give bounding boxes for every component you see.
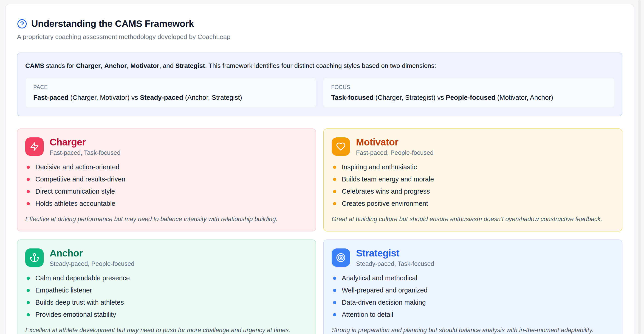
page-title: Understanding the CAMS Framework — [31, 18, 194, 29]
card-note: Great at building culture but should ens… — [332, 216, 613, 223]
bullet-dot — [27, 289, 30, 292]
bullet-dot — [27, 178, 30, 181]
trait-item: Holds athletes accountable — [27, 197, 306, 210]
trait-list: Decisive and action-oriented Competitive… — [25, 161, 306, 210]
card-title: Anchor — [50, 248, 134, 259]
trait-list: Calm and dependable presence Empathetic … — [25, 272, 306, 321]
framework-description: CAMS stands for Charger, Anchor, Motivat… — [25, 62, 614, 69]
card-note: Strong in preparation and planning but s… — [332, 327, 613, 334]
card-header: Motivator Fast-paced, People-focused — [332, 137, 613, 157]
trait-item: Builds deep trust with athletes — [27, 296, 306, 309]
card-traits: Steady-paced, Task-focused — [356, 260, 434, 268]
card-traits: Fast-paced, Task-focused — [50, 149, 120, 157]
trait-list: Inspiring and enthusiastic Builds team e… — [332, 161, 613, 210]
dimension-label: PACE — [33, 84, 308, 90]
trait-item: Provides emotional stability — [27, 309, 306, 321]
trait-item: Inspiring and enthusiastic — [333, 161, 613, 173]
card-header: Strategist Steady-paced, Task-focused — [332, 248, 613, 268]
card-note: Effective at driving performance but may… — [25, 216, 306, 223]
bullet-dot — [333, 166, 336, 169]
card-header: Anchor Steady-paced, People-focused — [25, 248, 306, 268]
trait-item: Well-prepared and organized — [333, 284, 613, 296]
dimension-value: Task-focused (Charger, Strategist) vs Pe… — [331, 94, 606, 101]
scrollbar[interactable] — [638, 0, 641, 334]
target-icon — [332, 248, 350, 267]
trait-item: Builds team energy and morale — [333, 173, 613, 185]
card-traits: Steady-paced, People-focused — [50, 260, 134, 268]
framework-intro-box: CAMS stands for Charger, Anchor, Motivat… — [17, 52, 622, 116]
bullet-dot — [333, 178, 336, 181]
bullet-dot — [27, 301, 30, 304]
trait-item: Celebrates wins and progress — [333, 185, 613, 197]
anchor-icon — [25, 248, 44, 267]
bullet-dot — [333, 301, 336, 304]
dimensions-row: PACE Fast-paced (Charger, Motivator) vs … — [25, 78, 614, 108]
style-card-charger: Charger Fast-paced, Task-focused Decisiv… — [17, 129, 316, 231]
bullet-dot — [333, 289, 336, 292]
card-traits: Fast-paced, People-focused — [356, 149, 434, 157]
bullet-dot — [333, 313, 336, 316]
page-subtitle: A proprietary coaching assessment method… — [17, 33, 622, 41]
style-card-strategist: Strategist Steady-paced, Task-focused An… — [324, 239, 622, 334]
card-title: Strategist — [356, 248, 434, 259]
style-card-motivator: Motivator Fast-paced, People-focused Ins… — [324, 129, 622, 231]
trait-item: Competitive and results-driven — [27, 173, 306, 185]
zap-icon — [25, 137, 44, 156]
trait-list: Analytical and methodical Well-prepared … — [332, 272, 613, 321]
bullet-dot — [27, 166, 30, 169]
trait-item: Decisive and action-oriented — [27, 161, 306, 173]
bullet-dot — [27, 277, 30, 280]
dimension-focus: FOCUS Task-focused (Charger, Strategist)… — [323, 78, 614, 108]
dimension-value: Fast-paced (Charger, Motivator) vs Stead… — [33, 94, 308, 101]
dimension-pace: PACE Fast-paced (Charger, Motivator) vs … — [25, 78, 316, 108]
trait-item: Empathetic listener — [27, 284, 306, 296]
trait-item: Creates positive environment — [333, 197, 613, 210]
bullet-dot — [333, 277, 336, 280]
trait-item: Analytical and methodical — [333, 272, 613, 284]
trait-item: Direct communication style — [27, 185, 306, 197]
bullet-dot — [333, 190, 336, 193]
bullet-dot — [27, 190, 30, 193]
page-header: Understanding the CAMS Framework — [17, 18, 622, 29]
trait-item: Attention to detail — [333, 309, 613, 321]
help-icon[interactable] — [17, 19, 27, 29]
card-header: Charger Fast-paced, Task-focused — [25, 137, 306, 157]
trait-item: Calm and dependable presence — [27, 272, 306, 284]
bullet-dot — [333, 202, 336, 205]
dimension-label: FOCUS — [331, 84, 606, 90]
style-cards-grid: Charger Fast-paced, Task-focused Decisiv… — [17, 129, 622, 334]
card-title: Motivator — [356, 137, 434, 148]
bullet-dot — [27, 202, 30, 205]
heart-icon — [332, 137, 350, 156]
bullet-dot — [27, 313, 30, 316]
card-note: Excellent at athlete development but may… — [25, 327, 306, 334]
card-title: Charger — [50, 137, 120, 148]
framework-panel: Understanding the CAMS Framework A propr… — [5, 4, 634, 334]
trait-item: Data-driven decision making — [333, 296, 613, 309]
style-card-anchor: Anchor Steady-paced, People-focused Calm… — [17, 239, 316, 334]
